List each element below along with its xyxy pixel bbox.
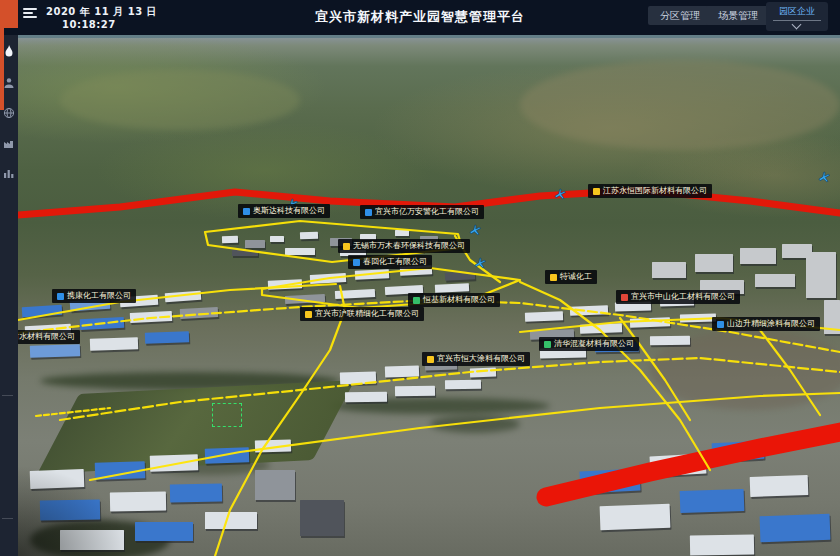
company-label-text: 江苏永恒国际新材料有限公司: [603, 187, 707, 195]
company-marker-icon: [593, 188, 600, 195]
company-marker-icon: [413, 297, 420, 304]
sidebar-accent-strip: [0, 28, 4, 110]
company-marker-icon: [243, 208, 250, 215]
factory-icon[interactable]: [3, 134, 15, 146]
company-label[interactable]: 清华混凝材料有限公司: [539, 337, 639, 351]
company-label[interactable]: 宜兴市防水材料有限公司: [18, 330, 80, 344]
company-label-text: 无锡市万木春环保科技有限公司: [353, 242, 465, 250]
company-label[interactable]: 无锡市万木春环保科技有限公司: [338, 239, 470, 253]
company-label[interactable]: 山边升精细涂料有限公司: [712, 317, 820, 331]
dropdown-label: 园区企业: [766, 2, 828, 18]
company-label[interactable]: 恒基新材料有限公司: [408, 293, 500, 307]
company-label-text: 宜兴市中山化工材料有限公司: [631, 293, 735, 301]
company-label-text: 宜兴市防水材料有限公司: [18, 333, 75, 341]
company-label[interactable]: 江苏永恒国际新材料有限公司: [588, 184, 712, 198]
company-label-text: 山边升精细涂料有限公司: [727, 320, 815, 328]
company-marker-icon: [57, 293, 64, 300]
road-yellow: [36, 408, 110, 416]
person-icon[interactable]: [3, 74, 15, 86]
map-3d-view[interactable]: 奥斯达科技有限公司宜兴市亿万安警化工有限公司江苏永恒国际新材料有限公司无锡市万木…: [18, 35, 840, 556]
company-label-text: 宜兴市沪联精细化工有限公司: [315, 310, 419, 318]
company-label-text: 宜兴市恒大涂料有限公司: [437, 355, 525, 363]
flame-icon[interactable]: [3, 42, 15, 54]
company-marker-icon: [305, 311, 312, 318]
company-label-text: 特诚化工: [560, 273, 592, 281]
road-yellow: [90, 393, 840, 480]
company-label[interactable]: 春回化工有限公司: [348, 255, 432, 269]
globe-icon[interactable]: [3, 104, 15, 116]
company-marker-icon: [621, 294, 628, 301]
scene-manage-button[interactable]: 场景管理: [706, 6, 770, 25]
company-label[interactable]: 宜兴市亿万安警化工有限公司: [360, 205, 484, 219]
company-label[interactable]: 携康化工有限公司: [52, 289, 136, 303]
company-label-text: 奥斯达科技有限公司: [253, 207, 325, 215]
road-yellow: [60, 358, 840, 420]
company-label-text: 携康化工有限公司: [67, 292, 131, 300]
sidebar-divider: [2, 518, 13, 519]
company-label[interactable]: 特诚化工: [545, 270, 597, 284]
company-marker-icon: [550, 274, 557, 281]
park-enterprise-dropdown[interactable]: 园区企业: [766, 2, 828, 31]
company-marker-icon: [365, 209, 372, 216]
company-label[interactable]: 奥斯达科技有限公司: [238, 204, 330, 218]
company-marker-icon: [544, 341, 551, 348]
zone-manage-button[interactable]: 分区管理: [648, 6, 712, 25]
bar-chart-icon[interactable]: [3, 164, 15, 176]
selection-box: [212, 403, 242, 427]
company-marker-icon: [353, 259, 360, 266]
company-marker-icon: [343, 243, 350, 250]
company-label[interactable]: 宜兴市中山化工材料有限公司: [616, 290, 740, 304]
company-label[interactable]: 宜兴市恒大涂料有限公司: [422, 352, 530, 366]
sidebar-divider: [2, 395, 13, 396]
company-label-text: 宜兴市亿万安警化工有限公司: [375, 208, 479, 216]
company-label-text: 清华混凝材料有限公司: [554, 340, 634, 348]
company-marker-icon: [717, 321, 724, 328]
chevron-down-icon: [792, 20, 802, 30]
header-bar: 2020 年 11 月 13 日 10:18:27 宜兴市新材料产业园智慧管理平…: [0, 0, 840, 35]
company-label-text: 恒基新材料有限公司: [423, 296, 495, 304]
company-label-text: 春回化工有限公司: [363, 258, 427, 266]
company-label[interactable]: 宜兴市沪联精细化工有限公司: [300, 307, 424, 321]
company-marker-icon: [427, 356, 434, 363]
road-yellow: [520, 282, 710, 470]
